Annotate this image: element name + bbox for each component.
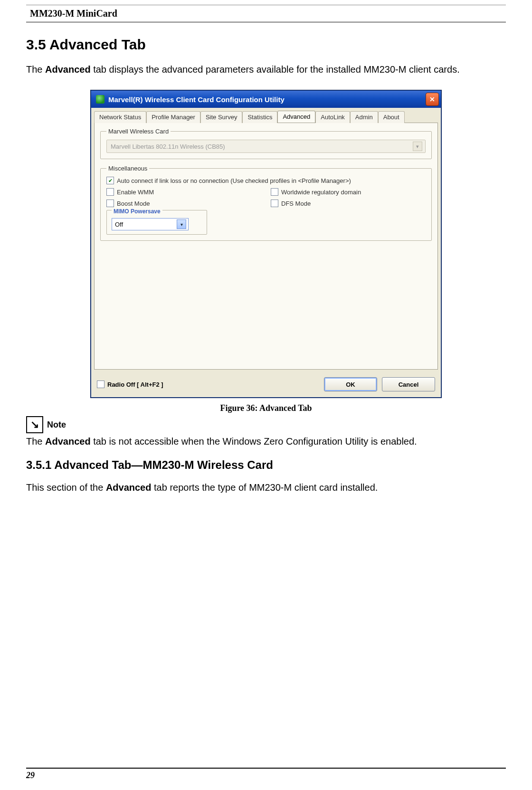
dialog-titlebar: Marvell(R) Wireless Client Card Configur… bbox=[91, 91, 441, 108]
config-utility-dialog: Marvell(R) Wireless Client Card Configur… bbox=[91, 90, 441, 398]
tab-about[interactable]: About bbox=[378, 111, 405, 123]
checkbox-box bbox=[106, 188, 114, 196]
tab-admin[interactable]: Admin bbox=[350, 111, 378, 123]
checkbox-radio-off[interactable]: Radio Off [ Alt+F2 ] bbox=[97, 381, 163, 388]
page-footer: 29 bbox=[26, 768, 506, 780]
legend-wireless-card: Marvell Wireless Card bbox=[106, 128, 171, 135]
checkbox-enable-wmm[interactable]: Enable WMM bbox=[106, 188, 261, 196]
tab-advanced[interactable]: Advanced bbox=[277, 111, 315, 123]
mimo-powersave-select[interactable]: Off ▾ bbox=[112, 218, 189, 230]
tab-strip: Network Status Profile Manager Site Surv… bbox=[91, 108, 441, 123]
checkbox-boost-mode[interactable]: Boost Mode bbox=[106, 200, 261, 207]
note-text: The Advanced tab is not accessible when … bbox=[26, 435, 506, 448]
close-button[interactable]: ✕ bbox=[426, 93, 439, 106]
card-select-value: Marvell Libertas 802.11n Wireless (CB85) bbox=[111, 143, 225, 150]
checkbox-box bbox=[271, 188, 278, 196]
app-icon bbox=[96, 95, 104, 104]
mimo-powersave-value: Off bbox=[115, 221, 123, 228]
subsection-heading: 3.5.1 Advanced Tab—MM230-M Wireless Card bbox=[26, 458, 506, 472]
checkbox-box bbox=[97, 381, 104, 388]
chevron-down-icon: ▾ bbox=[413, 142, 422, 151]
label-dfs-mode: DFS Mode bbox=[281, 200, 311, 207]
dialog-bottom-bar: Radio Off [ Alt+F2 ] OK Cancel bbox=[91, 372, 441, 397]
legend-miscellaneous: Miscellaneous bbox=[106, 165, 149, 172]
checkbox-auto-connect[interactable]: ✔ Auto connect if link loss or no connec… bbox=[106, 177, 426, 184]
doc-title: MM230-M MiniCard bbox=[30, 8, 117, 19]
checkbox-box bbox=[106, 200, 114, 207]
tab-body-advanced: Marvell Wireless Card Marvell Libertas 8… bbox=[94, 123, 438, 370]
check-icon: ✔ bbox=[106, 177, 114, 184]
ok-button[interactable]: OK bbox=[324, 377, 377, 391]
group-wireless-card: Marvell Wireless Card Marvell Libertas 8… bbox=[100, 128, 432, 159]
tab-autolink[interactable]: AutoLink bbox=[315, 111, 350, 123]
tab-profile-manager[interactable]: Profile Manager bbox=[146, 111, 200, 123]
label-enable-wmm: Enable WMM bbox=[117, 189, 154, 196]
figure-advanced-tab: Marvell(R) Wireless Client Card Configur… bbox=[26, 90, 506, 398]
note-label: Note bbox=[47, 420, 66, 430]
label-auto-connect: Auto connect if link loss or no connecti… bbox=[117, 177, 351, 184]
checkbox-worldwide-domain[interactable]: Worldwide regulatory domain bbox=[271, 188, 426, 196]
card-select-disabled: Marvell Libertas 802.11n Wireless (CB85)… bbox=[106, 140, 426, 153]
tab-network-status[interactable]: Network Status bbox=[94, 111, 146, 123]
dialog-title: Marvell(R) Wireless Client Card Configur… bbox=[108, 95, 426, 104]
chevron-down-icon: ▾ bbox=[177, 219, 186, 229]
group-mimo-powersave: MIMO Powersave Off ▾ bbox=[106, 210, 207, 235]
subsection-body: This section of the Advanced tab reports… bbox=[26, 481, 506, 494]
cancel-button[interactable]: Cancel bbox=[382, 377, 435, 391]
group-miscellaneous: Miscellaneous ✔ Auto connect if link los… bbox=[100, 165, 432, 241]
label-boost-mode: Boost Mode bbox=[117, 200, 150, 207]
tab-site-survey[interactable]: Site Survey bbox=[200, 111, 242, 123]
checkbox-dfs-mode[interactable]: DFS Mode bbox=[271, 200, 426, 207]
legend-mimo: MIMO Powersave bbox=[112, 208, 162, 215]
label-worldwide-domain: Worldwide regulatory domain bbox=[281, 189, 361, 196]
note-block: ↘ Note bbox=[26, 416, 506, 433]
note-icon: ↘ bbox=[26, 416, 43, 433]
label-radio-off: Radio Off [ Alt+F2 ] bbox=[107, 381, 163, 388]
tab-statistics[interactable]: Statistics bbox=[242, 111, 277, 123]
checkbox-box bbox=[271, 200, 278, 207]
figure-caption: Figure 36: Advanced Tab bbox=[26, 403, 506, 413]
page-number: 29 bbox=[26, 771, 35, 780]
close-icon: ✕ bbox=[429, 95, 435, 103]
section-heading: 3.5 Advanced Tab bbox=[26, 37, 506, 53]
page-header: MM230-M MiniCard bbox=[26, 5, 506, 22]
section-intro: The Advanced tab displays the advanced p… bbox=[26, 63, 506, 76]
